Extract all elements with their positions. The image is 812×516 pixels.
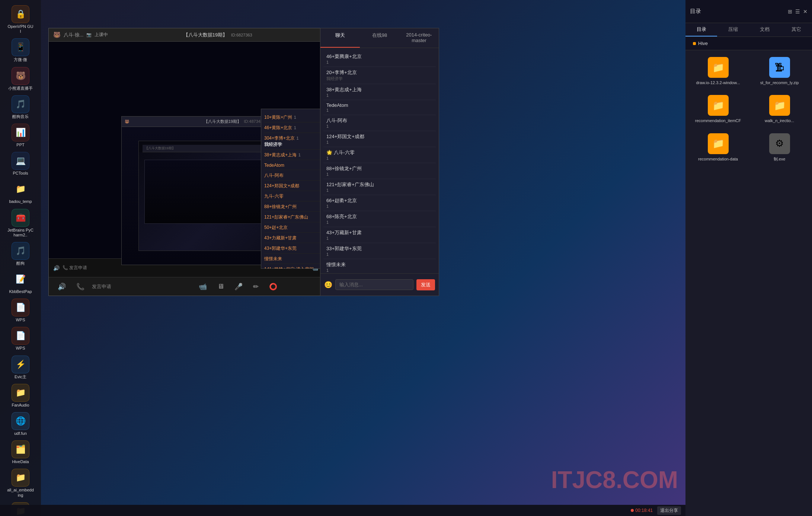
desktop-icon-hivedata[interactable]: 🗂️ HiveData [6,439,35,466]
participant-count: 1 [326,172,433,176]
file-icon: ⚙ [769,133,790,154]
chat-input-field[interactable] [335,279,413,290]
icon-box-kbbest: 📝 [12,270,29,288]
chat-entry-name: 八斗-阿布 [264,173,284,178]
desktop-icon-ppt[interactable]: 📊 PPT [6,122,35,149]
icon-label-badou: badou_temp [9,199,32,204]
rfm-grid-btn[interactable]: ⊞ [788,9,792,15]
chat-entry-name: 88+徐镜龙+广州 [264,204,297,209]
participant-count: 1 [326,124,433,128]
mic-ctrl-btn[interactable]: 🎤 [231,281,246,292]
desktop-icon-kugou2[interactable]: 🎵 酷狗 [6,241,35,267]
desktop-icon-pctools[interactable]: 💻 PCTools [6,150,35,177]
desktop-icon-badou[interactable]: 📁 badou_temp [6,179,35,206]
rfm-list-btn[interactable]: ☰ [795,9,800,15]
phone-ctrl-btn[interactable]: 📞 [73,281,87,292]
icon-label-xiaoxiong: 小熊通直播手 [8,86,33,91]
emoji-btn[interactable]: 😊 [324,281,332,289]
rfm-tools: ⊞ ☰ ✕ [788,9,808,15]
participant-count: 1 [326,140,433,144]
rfm-header: 目录 ⊞ ☰ ✕ [685,0,812,23]
rfm-file-item[interactable]: 📁 walk_n_irectio... [751,92,808,126]
pen-ctrl-btn[interactable]: ✏ [250,281,262,292]
rfm-tab-compress[interactable]: 压缩 [717,23,749,36]
screen-ctrl-btn[interactable]: 🖥 [214,281,227,292]
send-btn[interactable]: 发送 [416,279,435,290]
participant-item[interactable]: 20+李博+北京 我经济学 [323,67,436,84]
rfm-file-item[interactable]: 📁 recommendation_itemCF [689,92,747,126]
chat-entry-name: TedeAtom [264,163,284,168]
cam-ctrl-btn[interactable]: 📹 [196,281,210,292]
window-user-name: 八斗·徐... [64,32,83,38]
participant-item[interactable]: 46+栗腾康+北京 1 [323,51,436,67]
participant-item[interactable]: 68+陈亮+北京 1 [323,211,436,227]
rfm-file-item[interactable]: 📁 recommendation-data [689,130,747,165]
taskbar-left: 🔒 OpenVPN GUI 📱 方微·微 🐻 小熊通直播手 🎵 酷狗音乐 📊 P… [0,0,41,516]
desktop-icon-kugou[interactable]: 🎵 酷狗音乐 [6,94,35,121]
rfm-file-item[interactable]: 📁 draw.io-12.3.2-window... [689,54,747,88]
tab-recording[interactable]: 2014-criteo-master [399,28,439,48]
rfm-tab-directory[interactable]: 目录 [685,23,717,36]
rfm-hive-item[interactable]: Hive [690,39,711,48]
participant-item[interactable]: 🌟 八斗-六零 1 [323,147,436,163]
icon-label-folder1: FanAudio [12,403,29,408]
settings-ctrl-btn[interactable]: ⭕ [266,281,280,292]
inner-audio-btn[interactable]: 🔊 [53,265,60,271]
desktop-icon-kbbest[interactable]: 📝 KbbBestPap [6,269,35,296]
file-icon: 📁 [708,57,729,78]
rfm-close-btn[interactable]: ✕ [803,9,808,15]
icon-box-kugou: 🎵 [12,95,29,113]
rfm-nav-hive-label: Hive [698,41,708,46]
chat-entry-name: 43+郭建华+东莞 [264,246,297,251]
chat-input-area: 😊 发送 [320,273,439,296]
participant-name: 88+徐镜龙+广州 [326,165,433,172]
rfm-file-item[interactable]: ⚙ 制.exe [751,130,808,165]
desktop-icon-folder1[interactable]: 📁 FanAudio [6,382,35,409]
participant-name: 38+黄志成+上海 [326,86,433,93]
chat-entry-name: 九斗-六零 [264,194,284,199]
chat-entry-count: 1 [298,153,301,157]
desktop-icon-openvpn[interactable]: 🔒 OpenVPN GUI [6,4,35,35]
participant-count: 1 [326,93,433,98]
desktop-icon-wps[interactable]: 📄 WPS [6,297,35,324]
participant-item[interactable]: 121+彭家睿+广东佛山 1 [323,179,436,195]
participant-count: 1 [326,108,433,112]
participant-item[interactable]: 八斗-阿布 1 [323,115,436,131]
participant-item[interactable]: 66+赵衢+北京 1 [323,195,436,211]
icon-label-hivedata: HiveData [12,459,29,464]
desktop-icon-udf[interactable]: 🌐 udf.fun [6,411,35,437]
participant-item[interactable]: 88+徐镜龙+广州 1 [323,163,436,179]
desktop-icon-xiaoxiong[interactable]: 🐻 小熊通直播手 [6,66,35,92]
icon-box-udf: 🌐 [12,412,29,430]
desktop-icon-aiembed[interactable]: 📁 all_ai_embedding [6,467,35,499]
participant-item[interactable]: TedeAtom 1 [323,100,436,115]
icon-label-aiembed: all_ai_embedding [7,488,34,497]
exit-share-btn[interactable]: 退出分享 [657,506,681,515]
participant-item[interactable]: 33+郭建华+东莞 1 [323,243,436,259]
participant-item[interactable]: 憧憬未来 1 [323,259,436,273]
chat-entry-name: 46+黄陈+北京 [264,125,292,130]
participant-name: 46+栗腾康+北京 [326,53,433,60]
tab-online[interactable]: 在线98 [360,28,399,48]
desktop-icon-fangwei[interactable]: 📱 方微·微 [6,37,35,64]
file-name: walk_n_irectio... [765,118,794,123]
desktop-icon-wps2[interactable]: 📄 WPS [6,325,35,352]
desktop-icon-jetbrains[interactable]: 🧰 JetBrains PyCharm2.. [6,207,35,239]
rfm-tab-doc[interactable]: 文档 [749,23,780,36]
chat-entry-name: 43+力藏新+甘肃 [264,235,297,241]
right-file-manager: 目录 ⊞ ☰ ✕ 目录 压缩 文档 其它 Hive 📁 draw.io-12.3… [685,0,812,516]
participant-name: 121+彭家睿+广东佛山 [326,181,433,188]
audio-ctrl-btn[interactable]: 🔊 [55,281,69,292]
participants-list: 46+栗腾康+北京 1 20+李博+北京 我经济学 38+黄志成+上海 1 Te… [320,48,439,273]
participant-item[interactable]: 38+黄志成+上海 1 [323,84,436,100]
participant-count: 1 [326,236,433,241]
rfm-file-grid: 📁 draw.io-12.3.2-window... 🗜 st_for_reco… [685,50,812,516]
desktop-icon-evic[interactable]: ⚡ Evic主 [6,354,35,381]
rfm-tab-other[interactable]: 其它 [780,23,812,36]
participant-item[interactable]: 43+万藏新+甘肃 1 [323,227,436,243]
rfm-file-item[interactable]: 🗜 st_for_recomm_ly.zip [751,54,808,88]
participant-item[interactable]: 124+郑国文+成都 1 [323,131,436,147]
participant-count: 1 [326,188,433,192]
chat-entry-count: 1 [294,125,296,130]
tab-chat[interactable]: 聊天 [320,28,360,48]
